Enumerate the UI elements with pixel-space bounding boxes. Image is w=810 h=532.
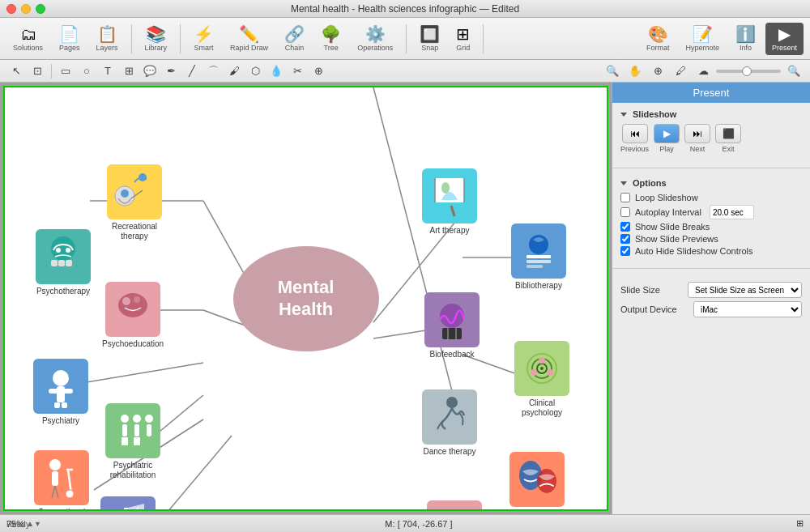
- grid-button[interactable]: ⊞ Grid: [450, 23, 476, 55]
- node-bibliotherapy[interactable]: Bibliotherapy: [511, 223, 566, 291]
- slide-previews-checkbox[interactable]: [620, 234, 630, 244]
- exit-button[interactable]: ⬛ Exit: [715, 124, 741, 153]
- extra-tool[interactable]: ⊕: [309, 62, 328, 81]
- separator: [131, 24, 132, 53]
- format-icon: 🎨: [648, 26, 668, 42]
- output-device-row: Output Device iMac: [620, 301, 802, 317]
- stamp-tool[interactable]: ⬡: [245, 62, 265, 81]
- maximize-button[interactable]: [36, 4, 45, 14]
- svg-point-49: [66, 490, 74, 498]
- line-tool[interactable]: ╱: [182, 62, 202, 81]
- zoom-tool2[interactable]: 🖊: [671, 62, 690, 81]
- rapid-draw-button[interactable]: ✏️ Rapid Draw: [224, 23, 275, 55]
- ellipse-tool[interactable]: ○: [77, 62, 96, 81]
- canvas-area[interactable]: MentalHealth Recreational therapy Psycho…: [0, 83, 612, 514]
- svg-point-73: [537, 469, 556, 493]
- node-label-psychiatric-rehab: Psychiatric rehabilitation: [100, 461, 165, 480]
- node-psychotherapy[interactable]: Psychotherapy: [36, 229, 91, 296]
- node-occupational[interactable]: Occupational therapy: [29, 450, 94, 511]
- zoom-tool3[interactable]: ☁: [693, 62, 713, 81]
- node-biofeedback[interactable]: Biofeedback: [424, 292, 480, 360]
- previous-button[interactable]: ⏮ Previous: [620, 124, 649, 153]
- close-button[interactable]: [6, 4, 16, 14]
- divider: [612, 268, 810, 269]
- play-button[interactable]: ▶ Play: [654, 124, 680, 153]
- pages-button[interactable]: 📄 Pages: [53, 23, 87, 55]
- zoom-fit[interactable]: 🔍: [784, 62, 804, 81]
- mindmap[interactable]: MentalHealth Recreational therapy Psycho…: [5, 87, 607, 509]
- node-drama[interactable]: Drama therapy: [509, 452, 565, 511]
- pan-tool[interactable]: ✋: [625, 62, 645, 81]
- zoom-thumb[interactable]: [742, 66, 752, 76]
- node-art[interactable]: Art therapy: [422, 168, 477, 236]
- zoom-slider[interactable]: [716, 70, 781, 73]
- text-select-tool[interactable]: ⊡: [28, 62, 47, 81]
- scissors-tool[interactable]: ✂: [288, 62, 307, 81]
- canvas[interactable]: MentalHealth Recreational therapy Psycho…: [3, 86, 608, 511]
- minimize-button[interactable]: [21, 4, 31, 14]
- autoplay-checkbox[interactable]: [620, 207, 630, 217]
- slide-previews-label: Show Slide Previews: [635, 234, 718, 244]
- tree-button[interactable]: 🌳 Tree: [314, 23, 347, 55]
- play-label: Play: [659, 145, 674, 153]
- traffic-lights: [6, 4, 45, 14]
- paint-tool[interactable]: 🖌: [224, 62, 244, 81]
- present-button[interactable]: ▶ Present: [765, 23, 804, 55]
- auto-hide-checkbox[interactable]: [620, 246, 630, 256]
- rapid-draw-label: Rapid Draw: [230, 44, 268, 52]
- layers-button[interactable]: 📋 Layers: [90, 23, 125, 55]
- table-tool[interactable]: ⊞: [119, 62, 139, 81]
- zoom-search[interactable]: 🔍: [603, 62, 622, 81]
- pen-tool[interactable]: ✒: [161, 62, 181, 81]
- slide-breaks-checkbox[interactable]: [620, 222, 630, 232]
- node-label-bibliotherapy: Bibliotherapy: [515, 281, 562, 291]
- svg-point-45: [49, 459, 61, 470]
- eyedrop-tool[interactable]: 💧: [266, 62, 286, 81]
- chain-button[interactable]: 🔗 Chain: [278, 23, 311, 55]
- format-button[interactable]: 🎨 Format: [640, 23, 676, 55]
- solutions-icon: 🗂: [20, 26, 36, 42]
- node-psychiatry[interactable]: Psychiatry: [33, 359, 88, 426]
- rectangle-tool[interactable]: ▭: [56, 62, 75, 81]
- options-title: Options: [620, 178, 802, 188]
- callout-tool[interactable]: 💬: [140, 62, 160, 81]
- node-group[interactable]: Group psychotherapy: [422, 500, 487, 511]
- slideshow-section: Slideshow ⏮ Previous ▶ Play ⏭ Next ⬛ Exi…: [612, 103, 810, 164]
- zoom-in-out[interactable]: ⊕: [648, 62, 667, 81]
- node-img-biofeedback: [424, 292, 480, 347]
- node-psychiatric-rehab[interactable]: Psychiatric rehabilitation: [100, 403, 165, 480]
- next-button[interactable]: ⏭ Next: [684, 124, 710, 153]
- center-node[interactable]: MentalHealth: [233, 246, 379, 351]
- slide-size-select[interactable]: Set Slide Size as Screen: [688, 282, 802, 298]
- node-music[interactable]: Music therapy: [100, 496, 156, 511]
- output-device-select[interactable]: iMac: [693, 301, 802, 317]
- exit-icon: ⬛: [715, 124, 741, 143]
- library-button[interactable]: 📚 Library: [139, 23, 174, 55]
- node-img-psychiatric-rehab: [105, 403, 160, 458]
- solutions-button[interactable]: 🗂 Solutions: [6, 23, 49, 55]
- statusbar: 75% ▲▼ M: [ 704, -26.67 ] ⊞ Ready: [0, 514, 810, 532]
- option-loop: Loop Slideshow: [620, 193, 802, 202]
- text-tool[interactable]: T: [98, 62, 117, 81]
- node-clinical[interactable]: Clinical psychology: [509, 341, 574, 418]
- smart-button[interactable]: ⚡ Smart: [187, 23, 220, 55]
- operations-button[interactable]: ⚙️ Operations: [351, 23, 399, 55]
- main-area: MentalHealth Recreational therapy Psycho…: [0, 83, 810, 514]
- snap-button[interactable]: 🔲 Snap: [413, 23, 446, 55]
- svg-point-69: [547, 369, 553, 376]
- triangle-icon: [620, 113, 627, 117]
- node-psychoeducation[interactable]: Psychoeducation: [102, 282, 164, 349]
- curve-tool[interactable]: ⌒: [203, 62, 223, 81]
- separator: [51, 64, 52, 79]
- node-dance[interactable]: Dance therapy: [422, 389, 477, 457]
- loop-checkbox[interactable]: [620, 193, 630, 202]
- info-button[interactable]: ℹ️ Info: [729, 23, 762, 55]
- svg-line-7: [155, 436, 232, 509]
- svg-point-21: [56, 248, 61, 253]
- node-img-bibliotherapy: [511, 223, 566, 279]
- node-img-drama: [509, 452, 565, 507]
- select-tool[interactable]: ↖: [6, 62, 26, 81]
- autoplay-input[interactable]: [710, 205, 754, 219]
- hypernote-button[interactable]: 📝 Hypernote: [679, 23, 726, 55]
- node-recreational[interactable]: Recreational therapy: [102, 164, 167, 241]
